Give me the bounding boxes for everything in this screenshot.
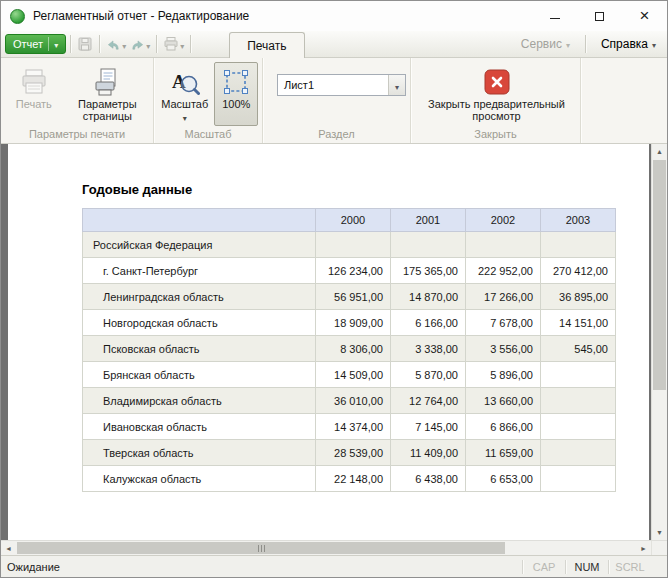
table-row: Ленинградская область56 951,0014 870,001… (83, 284, 616, 310)
scroll-right-arrow[interactable] (636, 541, 651, 556)
year-header: 2000 (316, 209, 391, 232)
printer-icon (163, 36, 179, 52)
row-value-cell: 126 234,00 (316, 258, 391, 284)
row-value-cell: 222 952,00 (466, 258, 541, 284)
vertical-scrollbar[interactable] (651, 144, 667, 540)
row-value-cell: 7 678,00 (466, 310, 541, 336)
toolbar-right-menu: Сервис Справка (514, 35, 663, 53)
row-value-cell: 6 438,00 (391, 466, 466, 492)
thumb-grip (261, 545, 262, 552)
row-name-cell: Тверская область (83, 440, 316, 466)
report-editing-window: Регламентный отчет - Редактирование Отче… (0, 0, 668, 578)
save-icon (77, 36, 93, 52)
report-table: 2000 2001 2002 2003 Российская Федерация… (82, 208, 616, 492)
ribbon-filler (581, 58, 667, 143)
sheet-select-combo[interactable]: Лист1 (277, 74, 406, 96)
row-value-cell: 17 266,00 (466, 284, 541, 310)
row-value-cell: 14 509,00 (316, 362, 391, 388)
scroll-lock-indicator: SCRL (609, 561, 651, 573)
table-row: г. Санкт-Петербург126 234,00175 365,0022… (83, 258, 616, 284)
scale-menu-button[interactable]: A Масштаб (160, 62, 209, 126)
row-value-cell: 5 870,00 (391, 362, 466, 388)
row-value-cell: 6 866,00 (466, 414, 541, 440)
page-setup-button[interactable]: Параметры страницы (66, 62, 149, 126)
table-row: Тверская область28 539,0011 409,0011 659… (83, 440, 616, 466)
status-text: Ожидание (7, 561, 60, 573)
undo-button[interactable] (104, 35, 128, 53)
row-value-cell: 14 374,00 (316, 414, 391, 440)
toolbar-divider (99, 35, 100, 53)
redo-icon (130, 37, 145, 52)
row-value-cell (541, 362, 616, 388)
minimize-button[interactable] (532, 1, 577, 31)
app-icon (10, 9, 25, 24)
scroll-up-arrow[interactable] (652, 144, 667, 159)
chevron-down-icon (395, 76, 399, 94)
save-button[interactable] (75, 36, 95, 52)
toolbar-divider (585, 35, 586, 53)
maximize-button[interactable] (577, 1, 622, 31)
scroll-down-arrow[interactable] (652, 525, 667, 540)
row-value-cell: 3 338,00 (391, 336, 466, 362)
scale-button-label: Масштаб (161, 98, 208, 110)
row-value-cell (541, 414, 616, 440)
row-value-cell: 14 151,00 (541, 310, 616, 336)
row-value-cell: 3 556,00 (466, 336, 541, 362)
row-value-cell: 13 660,00 (466, 388, 541, 414)
table-header-row: 2000 2001 2002 2003 (83, 209, 616, 232)
help-menu[interactable]: Справка (594, 37, 663, 51)
close-preview-icon (484, 69, 510, 95)
scale-icon: A (170, 67, 200, 97)
print-button[interactable]: Печать (7, 62, 61, 126)
zoom-100-button[interactable]: 100% (214, 62, 258, 126)
close-button[interactable] (622, 1, 667, 31)
window-controls (532, 1, 667, 31)
service-menu[interactable]: Сервис (514, 37, 577, 51)
row-name-cell: Ленинградская область (83, 284, 316, 310)
combo-dropdown-button[interactable] (388, 75, 405, 95)
table-row: Ивановская область14 374,007 145,006 866… (83, 414, 616, 440)
tab-print-label: Печать (247, 39, 286, 53)
toolbar-divider (190, 35, 191, 53)
minimize-icon (550, 18, 560, 19)
chevron-down-icon (122, 35, 126, 53)
row-value-cell (541, 388, 616, 414)
chevron-down-icon (180, 35, 184, 53)
chevron-down-icon (566, 37, 570, 51)
horizontal-scrollbar[interactable] (1, 541, 651, 555)
arrow-left-icon (5, 545, 12, 552)
arrow-down-icon (656, 529, 663, 536)
ribbon-group-label: Масштаб (154, 126, 262, 143)
row-value-cell: 12 764,00 (391, 388, 466, 414)
row-value-cell (466, 232, 541, 258)
table-row: Российская Федерация (83, 232, 616, 258)
thumb-grip (258, 545, 259, 552)
redo-button[interactable] (128, 35, 152, 53)
arrow-right-icon (640, 545, 647, 552)
horizontal-scrollbar-row (1, 540, 667, 555)
ribbon-group-section: Лист1 Раздел (263, 58, 411, 143)
tab-print[interactable]: Печать (229, 32, 304, 58)
report-menu-label: Отчет (13, 38, 43, 50)
toolbar: Отчет (1, 31, 667, 58)
report-title: Годовые данные (82, 182, 649, 197)
row-value-cell: 5 896,00 (466, 362, 541, 388)
table-row: Калужская область22 148,006 438,006 653,… (83, 466, 616, 492)
row-value-cell: 22 148,00 (316, 466, 391, 492)
caps-lock-indicator: CAP (523, 561, 565, 573)
chevron-down-icon (652, 37, 656, 51)
report-menu-button[interactable]: Отчет (5, 34, 66, 54)
preview-canvas: Годовые данные 2000 2001 2002 2003 (1, 144, 651, 540)
horizontal-scroll-thumb[interactable] (17, 542, 505, 554)
printer-icon (19, 67, 49, 97)
row-value-cell: 7 145,00 (391, 414, 466, 440)
sheet-select-value: Лист1 (278, 79, 388, 91)
vertical-scroll-thumb[interactable] (653, 160, 666, 390)
row-value-cell: 270 412,00 (541, 258, 616, 284)
preview-area: Годовые данные 2000 2001 2002 2003 (1, 144, 667, 540)
toolbar-divider (70, 35, 71, 53)
row-value-cell: 28 539,00 (316, 440, 391, 466)
scroll-left-arrow[interactable] (1, 541, 16, 556)
close-preview-button[interactable]: Закрыть предварительный просмотр (418, 62, 576, 126)
quick-print-button[interactable] (161, 35, 186, 53)
